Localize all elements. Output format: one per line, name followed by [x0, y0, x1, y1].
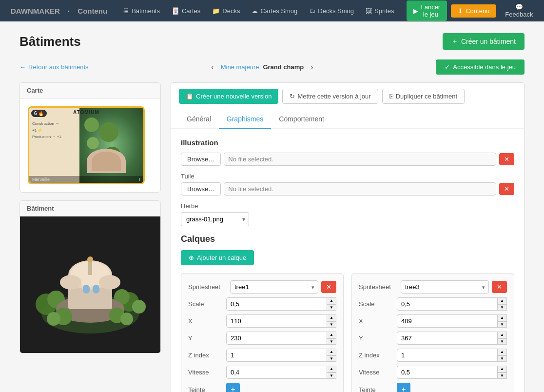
- layer-2-spritesheet-wrap: tree1 tree2 tree3: [401, 280, 489, 294]
- layer-2-zindex-row: Z index ▲ ▼: [359, 349, 507, 362]
- layer-card-1: Spritesheet tree1 tree2 tree3 ✕: [181, 273, 344, 392]
- layer-2-teinte-add-button[interactable]: +: [397, 383, 410, 392]
- layer-2-zindex-input[interactable]: [397, 349, 507, 362]
- layer-2-zindex-label: Z index: [359, 352, 393, 359]
- svg-point-19: [120, 313, 133, 325]
- layer-1-delete-button[interactable]: ✕: [321, 281, 336, 293]
- tree-3: [87, 137, 99, 149]
- herbe-select[interactable]: grass-01.png grass-02.png grass-03.png: [181, 212, 249, 226]
- illustration-browse-button[interactable]: Browse…: [181, 153, 221, 166]
- prev-page-button[interactable]: ‹: [208, 62, 216, 73]
- brand-section: Contenu: [78, 7, 107, 15]
- nav-sprites[interactable]: 🖼 Sprites: [361, 4, 399, 18]
- card-image: [79, 108, 143, 183]
- layer-1-scale-up[interactable]: ▲: [327, 297, 336, 304]
- nav-cartes-smog[interactable]: ☁ Cartes Smog: [247, 4, 302, 18]
- layer-2-x-row: X ▲ ▼: [359, 314, 507, 328]
- layer-1-vitesse-up[interactable]: ▲: [327, 366, 336, 372]
- feedback-button[interactable]: 💬 Feedback: [500, 0, 538, 21]
- card-footer: Merveille I: [29, 176, 143, 183]
- layer-2-y-spin: ▲ ▼: [497, 332, 507, 345]
- layer-2-delete-button[interactable]: ✕: [492, 281, 507, 293]
- layer-1-x-spin: ▲ ▼: [327, 314, 336, 328]
- layer-2-scale-spin: ▲ ▼: [497, 297, 507, 311]
- layer-1-y-down[interactable]: ▼: [327, 338, 336, 345]
- sprite-icon: 🖼: [366, 7, 372, 15]
- layer-1-zindex-down[interactable]: ▼: [327, 355, 336, 362]
- layer-1-vitesse-input[interactable]: [226, 366, 336, 379]
- layer-2-x-down[interactable]: ▼: [497, 321, 507, 328]
- nav-decks-smog[interactable]: 🗂 Decks Smog: [304, 4, 359, 18]
- nav-batiments[interactable]: 🏛 Bâtiments: [118, 4, 165, 18]
- layer-1-zindex-input[interactable]: [226, 349, 336, 362]
- accessible-button[interactable]: ✓ Accessible dans le jeu: [436, 59, 525, 75]
- card-name: ATOMIUM: [29, 110, 143, 115]
- layer-2-spritesheet-row: Spritesheet tree1 tree2 tree3 ✕: [359, 280, 507, 294]
- form-content: Illustration Browse… No file selected. ✕…: [171, 129, 524, 392]
- tree-2: [99, 122, 118, 142]
- prev-page-link[interactable]: Mine majeure: [221, 63, 259, 71]
- illustration-input-row: Browse… No file selected. ✕: [181, 153, 514, 166]
- layer-2-zindex-up[interactable]: ▲: [497, 349, 507, 355]
- create-building-button[interactable]: ＋ Créer un bâtiment: [443, 33, 525, 50]
- tab-graphismes[interactable]: Graphismes: [219, 110, 271, 129]
- tuile-input-row: Browse… No file selected. ✕: [181, 182, 514, 196]
- layer-2-zindex-down[interactable]: ▼: [497, 355, 507, 362]
- tuile-browse-button[interactable]: Browse…: [181, 182, 221, 196]
- layer-2-scale-label: Scale: [359, 300, 393, 308]
- layer-2-y-down[interactable]: ▼: [497, 338, 507, 345]
- layer-1-x-input[interactable]: [226, 314, 336, 328]
- layer-2-y-up[interactable]: ▲: [497, 332, 507, 338]
- layer-1-x-down[interactable]: ▼: [327, 321, 336, 328]
- layer-1-zindex-up[interactable]: ▲: [327, 349, 336, 355]
- back-link[interactable]: ← Retour aux bâtiments: [19, 63, 89, 71]
- layer-2-vitesse-label: Vitesse: [359, 369, 393, 376]
- layer-1-y-up[interactable]: ▲: [327, 332, 336, 338]
- layer-1-teinte-add-button[interactable]: +: [226, 383, 240, 392]
- layer-2-vitesse-up[interactable]: ▲: [497, 366, 507, 372]
- card-panel: Carte 6 🔥 ATOMIUM Construction → +1 ⚡: [19, 82, 161, 193]
- launch-button[interactable]: ▶ Lancer le jeu: [407, 0, 447, 21]
- nav-decks[interactable]: 📁 Decks: [207, 4, 245, 18]
- layer-2-x-input[interactable]: [397, 314, 507, 328]
- tuile-file-label: No file selected.: [224, 182, 496, 196]
- duplicate-button[interactable]: ⎘ Dupliquer ce bâtiment: [382, 89, 465, 104]
- content-button[interactable]: ⬇ Contenu: [451, 4, 496, 18]
- layer-2-x-up[interactable]: ▲: [497, 314, 507, 321]
- layer-2-y-input[interactable]: [397, 332, 507, 345]
- card-image-container: 6 🔥 ATOMIUM Construction → +1 ⚡ Producti…: [20, 98, 160, 192]
- layer-1-x-up[interactable]: ▲: [327, 314, 336, 321]
- user-button[interactable]: 👤 Adrian: [542, 0, 544, 21]
- calques-title: Calques: [181, 234, 514, 244]
- layer-1-zindex-wrap: ▲ ▼: [226, 349, 336, 362]
- tab-comportement[interactable]: Comportement: [271, 110, 332, 129]
- nav-cartes[interactable]: 🃏 Cartes: [167, 4, 205, 18]
- card-footer-right: I: [139, 177, 140, 182]
- pagination-nav: ‹ Mine majeure Grand champ ›: [208, 62, 316, 73]
- layer-2-y-wrap: ▲ ▼: [397, 332, 507, 345]
- layer-1-zindex-row: Z index ▲ ▼: [188, 349, 336, 362]
- layer-1-spritesheet-select[interactable]: tree1 tree2 tree3: [230, 280, 318, 294]
- layer-2-scale-up[interactable]: ▲: [497, 297, 507, 304]
- layer-2-vitesse-down[interactable]: ▼: [497, 372, 507, 379]
- tuile-delete-button[interactable]: ✕: [499, 183, 514, 195]
- add-layer-button[interactable]: ⊕ Ajouter un calque: [181, 250, 254, 265]
- layer-1-scale-input[interactable]: [226, 297, 336, 311]
- update-version-button[interactable]: ↻ Mettre cette version à jour: [282, 89, 378, 104]
- tab-general[interactable]: Général: [179, 110, 219, 129]
- illustration-delete-button[interactable]: ✕: [499, 153, 514, 165]
- layer-2-vitesse-input[interactable]: [397, 366, 507, 379]
- layer-1-y-input[interactable]: [226, 332, 336, 345]
- layer-2-spritesheet-select[interactable]: tree1 tree2 tree3: [401, 280, 489, 294]
- layer-1-vitesse-down[interactable]: ▼: [327, 372, 336, 379]
- layer-2-scale-down[interactable]: ▼: [497, 304, 507, 311]
- layer-1-scale-label: Scale: [188, 300, 222, 308]
- next-page-button[interactable]: ›: [308, 62, 316, 73]
- herbe-label: Herbe: [181, 202, 514, 210]
- page-container: Bâtiments ＋ Créer un bâtiment ← Retour a…: [0, 21, 544, 392]
- layer-2-scale-row: Scale ▲ ▼: [359, 297, 507, 311]
- layer-1-scale-down[interactable]: ▼: [327, 304, 336, 311]
- plus-icon: ＋: [451, 37, 458, 46]
- layer-2-scale-input[interactable]: [397, 297, 507, 311]
- create-version-button[interactable]: 📋 Créer une nouvelle version: [179, 89, 278, 104]
